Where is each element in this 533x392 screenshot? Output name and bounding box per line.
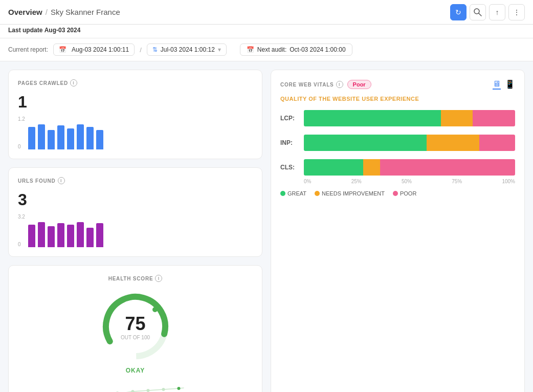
urls-bar (67, 225, 74, 247)
current-date-picker[interactable]: 📅 Aug-03 2024 1:00:11 (53, 43, 135, 56)
site-name: Sky Skanner France (51, 8, 120, 16)
overview-link[interactable]: Overview (8, 8, 42, 16)
svg-point-11 (177, 387, 181, 390)
last-update-date: Aug-03 2024 (45, 27, 81, 34)
more-button[interactable]: ⋮ (508, 4, 525, 20)
great-dot (280, 191, 285, 196)
calendar-next-icon: 📅 (247, 46, 254, 53)
current-report-label: Current report: (8, 46, 48, 53)
upload-button[interactable]: ↑ (489, 4, 505, 20)
urls-bar (28, 225, 35, 247)
cwv-header: CORE WEB VITALS i Poor 🖥 📱 (280, 79, 515, 90)
gauge-score: 75 OUT OF 100 (121, 313, 150, 340)
poor-dot (393, 191, 398, 196)
urls-found-card: URLS FOUND i 3 3.2 0 (8, 167, 262, 257)
main-content: PAGES CRAWLED i 1 1.2 0 URLS FOUND i 3 3 (0, 61, 533, 392)
pages-bar (28, 127, 35, 149)
urls-found-value: 3 (18, 190, 253, 209)
last-update-label: Last update (8, 27, 42, 34)
header: Overview / Sky Skanner France ↻ ↑ ⋮ (0, 0, 533, 25)
score-out-of: OUT OF 100 (121, 335, 150, 340)
refresh-button[interactable]: ↻ (450, 4, 467, 20)
cwv-legend: GREAT NEEDS IMPROVEMENT POOR (280, 190, 515, 197)
pages-bar (67, 128, 74, 149)
health-status: OKAY (126, 367, 145, 374)
date-slash: / (140, 46, 142, 54)
pages-bar (86, 127, 94, 149)
health-score-info[interactable]: i (155, 275, 162, 282)
pages-bar (38, 124, 45, 150)
cls-needs-seg (363, 159, 380, 176)
pages-crawled-title: PAGES CRAWLED i (18, 79, 253, 86)
current-date-value: Aug-03 2024 1:00:11 (72, 46, 129, 53)
mobile-icon[interactable]: 📱 (505, 79, 515, 90)
cwv-info[interactable]: i (336, 81, 343, 88)
cwv-title: CORE WEB VITALS i (280, 81, 343, 88)
cwv-lcp-row: LCP: (280, 110, 515, 126)
urls-bar (86, 228, 94, 248)
pages-axis-bottom: 0 (18, 144, 25, 149)
compare-icon: ⇅ (152, 46, 158, 53)
cwv-cls-label: CLS: (280, 164, 299, 171)
inp-needs-seg (427, 135, 479, 151)
desktop-icon[interactable]: 🖥 (493, 79, 501, 90)
pages-bar (96, 130, 103, 150)
urls-found-title: URLS FOUND i (18, 177, 253, 184)
compare-date-picker[interactable]: ⇅ Jul-03 2024 1:00:12 ▾ (147, 43, 227, 56)
cls-poor-seg (380, 159, 515, 176)
lcp-great-seg (304, 110, 441, 126)
next-audit-label: Next audit: (257, 46, 286, 53)
calendar-icon: 📅 (59, 46, 66, 53)
pages-crawled-value: 1 (18, 93, 253, 112)
pages-axis-top: 1.2 (18, 116, 25, 122)
compare-date-value: Jul-03 2024 1:00:12 (161, 46, 215, 53)
cwv-inp-label: INP: (280, 139, 299, 146)
poor-badge: Poor (347, 80, 371, 89)
gauge-container: 75 OUT OF 100 (97, 288, 174, 365)
urls-found-info[interactable]: i (58, 177, 65, 184)
cwv-bars: LCP: INP: CLS: (280, 110, 515, 176)
lcp-poor-seg (473, 110, 515, 126)
cwv-inp-row: INP: (280, 135, 515, 151)
pages-bar (57, 125, 64, 149)
breadcrumb-sep: / (46, 8, 48, 16)
legend-needs: NEEDS IMPROVEMENT (315, 190, 385, 197)
next-audit-date: Oct-03 2024 1:00:00 (290, 46, 345, 53)
trend-chart (18, 380, 253, 392)
needs-dot (315, 191, 320, 196)
cwv-lcp-label: LCP: (280, 115, 299, 122)
inp-great-seg (304, 135, 427, 151)
urls-axis-bottom: 0 (18, 242, 25, 247)
cls-great-seg (304, 159, 363, 176)
legend-great: GREAT (280, 190, 306, 197)
urls-bar (57, 223, 64, 247)
core-web-vitals-card: CORE WEB VITALS i Poor 🖥 📱 QUALITY OF TH… (271, 70, 525, 392)
pages-bar (77, 124, 84, 150)
health-score-card: HEALTH SCORE i 75 OUT OF 100 OKAY (8, 265, 262, 392)
svg-point-4 (152, 307, 158, 312)
pages-crawled-card: PAGES CRAWLED i 1 1.2 0 (8, 70, 262, 159)
legend-poor: POOR (393, 190, 416, 197)
score-number: 75 (121, 313, 150, 335)
cwv-cls-row: CLS: (280, 159, 515, 176)
subheader: Last update Aug-03 2024 (0, 25, 533, 38)
urls-bar (77, 222, 84, 248)
pages-bar (48, 130, 55, 150)
filter-button[interactable] (470, 4, 486, 20)
cwv-title-row: CORE WEB VITALS i Poor (280, 80, 371, 89)
health-score-title: HEALTH SCORE i (108, 275, 163, 282)
cwv-lcp-bar (304, 110, 515, 126)
next-audit-picker[interactable]: 📅 Next audit: Oct-03 2024 1:00:00 (240, 43, 352, 56)
urls-bar (38, 222, 45, 248)
chevron-down-icon: ▾ (218, 46, 221, 53)
cwv-subtitle: QUALITY OF THE WEBSITE USER EXPERIENCE (280, 96, 515, 102)
lcp-needs-seg (441, 110, 473, 126)
report-bar: Current report: 📅 Aug-03 2024 1:00:11 / … (0, 38, 533, 61)
header-actions: ↻ ↑ ⋮ (450, 4, 525, 20)
urls-axis-top: 3.2 (18, 214, 25, 220)
pages-crawled-info[interactable]: i (70, 79, 77, 86)
urls-bar (48, 226, 55, 247)
svg-point-9 (147, 389, 150, 392)
device-toggle: 🖥 📱 (493, 79, 515, 90)
cwv-axis: 0% 25% 50% 75% 100% (280, 179, 515, 184)
